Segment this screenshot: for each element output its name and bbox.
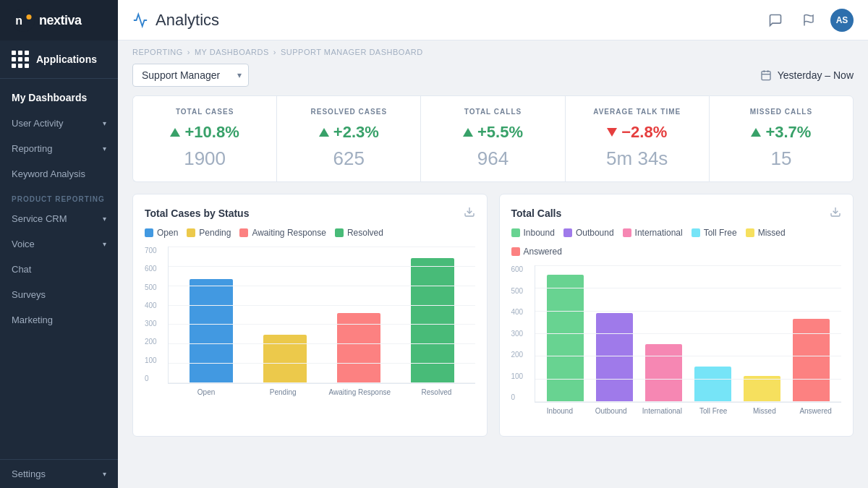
- legend-color: [187, 228, 195, 237]
- content-area: REPORTING › MY DASHBOARDS › SUPPORT MANA…: [118, 40, 868, 488]
- chart-legend: Inbound Outbound International Toll Free: [511, 228, 842, 257]
- date-range[interactable]: Yesterday – Now: [760, 69, 854, 81]
- bar-group: [786, 265, 835, 402]
- breadcrumb-sep: ›: [273, 48, 276, 56]
- apps-label: Applications: [36, 53, 97, 65]
- bar: [793, 319, 830, 402]
- stat-title: MISSED CALLS: [721, 108, 841, 116]
- stat-change: +3.7%: [721, 123, 841, 142]
- cases-by-status-chart: Total Cases by Status Open Pending: [132, 194, 488, 437]
- trend-up-icon: [170, 128, 180, 137]
- apps-grid-icon: [12, 51, 29, 68]
- dashboard-select[interactable]: Support ManagerAgent DashboardQueue Dash…: [132, 64, 249, 87]
- legend-color: [145, 228, 153, 237]
- stat-change: +2.3%: [289, 123, 409, 142]
- x-axis-label: Resolved: [398, 388, 475, 396]
- flag-icon-button[interactable]: [797, 9, 820, 32]
- sidebar: n nextiva Applications My Dashboards Use…: [0, 0, 118, 488]
- stat-card-total-calls: TOTAL CALLS +5.5% 964: [420, 95, 564, 182]
- sidebar-logo: n nextiva: [12, 9, 82, 32]
- chart-header: Total Calls: [511, 206, 842, 221]
- bar-group: [639, 265, 688, 402]
- legend-item-awaiting: Awaiting Response: [239, 228, 326, 238]
- legend-color: [239, 228, 248, 237]
- x-axis-labels: OpenPendingAwaiting ResponseResolved: [168, 385, 475, 406]
- nextiva-logo-icon: n: [12, 9, 35, 32]
- stat-card-missed-calls: MISSED CALLS +3.7% 15: [709, 95, 854, 182]
- trend-up-icon: [319, 128, 329, 137]
- chevron-down-icon: ▾: [103, 119, 106, 127]
- legend-color: [511, 228, 520, 237]
- stat-change: +10.8%: [145, 123, 265, 142]
- legend-color: [623, 228, 631, 237]
- stat-title: TOTAL CASES: [145, 108, 265, 116]
- bar: [645, 344, 682, 402]
- x-axis-label: Answered: [790, 407, 841, 415]
- chart-download-button[interactable]: [830, 206, 841, 221]
- trend-up-icon: [463, 128, 473, 137]
- bar-group: [322, 247, 396, 383]
- x-axis-label: Awaiting Response: [321, 388, 398, 396]
- stat-title: TOTAL CALLS: [433, 108, 553, 116]
- chart-download-button[interactable]: [464, 206, 475, 221]
- sidebar-item-my-dashboards[interactable]: My Dashboards: [0, 85, 118, 111]
- stat-change: +5.5%: [433, 123, 553, 142]
- legend-item-missed: Missed: [746, 228, 786, 238]
- cases-chart-area: 7006005004003002001000OpenPendingAwaitin…: [145, 247, 475, 406]
- user-avatar[interactable]: AS: [830, 9, 854, 32]
- bar-group: [248, 247, 322, 383]
- stat-card-resolved-cases: RESOLVED CASES +2.3% 625: [276, 95, 420, 182]
- chart-title: Total Cases by Status: [145, 207, 249, 219]
- total-calls-chart: Total Calls Inbound Outbound: [499, 194, 854, 437]
- chart-header: Total Cases by Status: [145, 206, 475, 221]
- chevron-down-icon: ▾: [103, 145, 106, 153]
- sidebar-item-chat[interactable]: Chat: [0, 257, 118, 282]
- chat-icon-button[interactable]: [764, 9, 787, 32]
- download-icon: [464, 206, 475, 218]
- sidebar-item-marketing[interactable]: Marketing: [0, 307, 118, 333]
- stat-value: 15: [721, 147, 841, 170]
- x-axis-label: Open: [168, 388, 244, 396]
- stat-value: 1900: [145, 147, 265, 170]
- bar: [263, 335, 307, 384]
- svg-rect-4: [762, 72, 770, 80]
- y-axis-labels: 6005004003002001000: [511, 265, 532, 403]
- legend-color: [692, 228, 700, 237]
- dashboard-select-wrapper: Support ManagerAgent DashboardQueue Dash…: [132, 64, 249, 87]
- sidebar-header: n nextiva: [0, 0, 118, 40]
- bar-group: [174, 247, 248, 383]
- sidebar-item-voice[interactable]: Voice ▾: [0, 231, 118, 257]
- legend-color: [511, 247, 520, 256]
- chart-title: Total Calls: [511, 207, 562, 219]
- legend-color: [746, 228, 754, 237]
- stat-title: AVERAGE TALK TIME: [577, 108, 697, 116]
- sidebar-nav: My Dashboards User Activity ▾ Reporting …: [0, 79, 118, 459]
- product-reporting-section-label: PRODUCT REPORTING: [0, 187, 118, 206]
- sidebar-apps-button[interactable]: Applications: [0, 40, 118, 79]
- bar: [694, 367, 731, 402]
- y-axis-labels: 7006005004003002001000: [145, 247, 165, 384]
- legend-color: [335, 228, 344, 237]
- chevron-down-icon: ▾: [103, 215, 106, 223]
- breadcrumb: REPORTING › MY DASHBOARDS › SUPPORT MANA…: [118, 40, 868, 61]
- legend-item-pending: Pending: [187, 228, 231, 238]
- sidebar-item-keyword-analysis[interactable]: Keyword Analysis: [0, 161, 118, 187]
- stat-value: 964: [433, 147, 553, 170]
- bar-group: [737, 265, 786, 402]
- sidebar-item-surveys[interactable]: Surveys: [0, 282, 118, 307]
- bar-chart: [168, 247, 475, 384]
- chart-legend: Open Pending Awaiting Response Resolved: [145, 228, 475, 238]
- sidebar-item-service-crm[interactable]: Service CRM ▾: [0, 206, 118, 231]
- topbar: Analytics AS: [118, 0, 868, 40]
- x-axis-label: Outbound: [585, 407, 637, 415]
- stat-value: 5m 34s: [577, 147, 697, 170]
- x-axis-label: Pending: [244, 388, 321, 396]
- chart-inner: [168, 247, 475, 384]
- sidebar-item-user-activity[interactable]: User Activity ▾: [0, 111, 118, 136]
- bar-group: [541, 265, 590, 402]
- charts-row: Total Cases by Status Open Pending: [118, 194, 868, 448]
- sidebar-settings-button[interactable]: Settings ▾: [0, 459, 118, 488]
- trend-down-icon: [607, 128, 617, 137]
- sidebar-item-reporting[interactable]: Reporting ▾: [0, 136, 118, 161]
- x-axis-label: Missed: [739, 407, 791, 415]
